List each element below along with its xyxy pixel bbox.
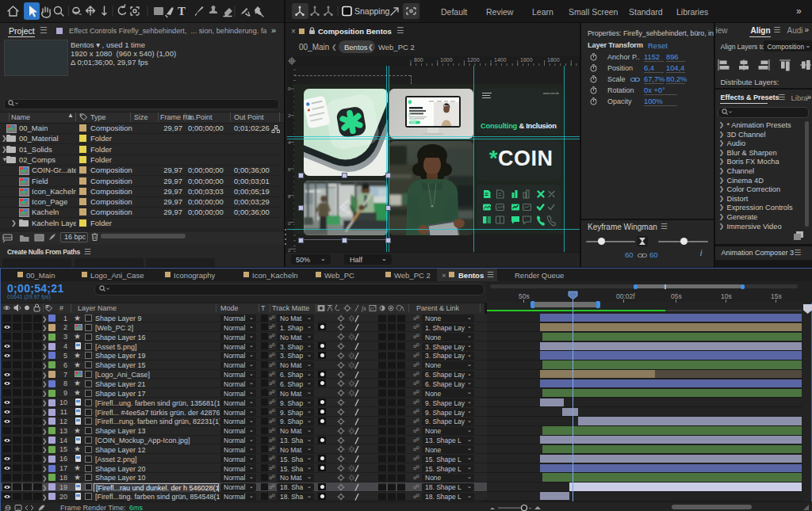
svg-text:T: T <box>261 304 266 312</box>
svg-text:1800: 1800 <box>547 57 560 63</box>
svg-text:#: # <box>59 304 63 312</box>
svg-text:T: T <box>178 5 186 17</box>
svg-text:800: 800 <box>414 57 423 63</box>
svg-text:Mode: Mode <box>220 304 239 312</box>
svg-text:1200: 1200 <box>467 57 480 63</box>
svg-text:4: 4 <box>288 140 291 145</box>
svg-text:Track Matte: Track Matte <box>272 304 309 312</box>
svg-text:6: 6 <box>288 167 291 172</box>
svg-text:1600: 1600 <box>520 57 533 63</box>
svg-text:1400: 1400 <box>494 57 507 63</box>
svg-text:0: 0 <box>288 221 291 226</box>
svg-text:1000: 1000 <box>440 57 453 63</box>
svg-text:8: 8 <box>288 194 291 199</box>
svg-text:Layer Name: Layer Name <box>78 304 117 312</box>
svg-text:Parent & Link: Parent & Link <box>416 304 460 312</box>
svg-text:fx: fx <box>362 305 366 312</box>
